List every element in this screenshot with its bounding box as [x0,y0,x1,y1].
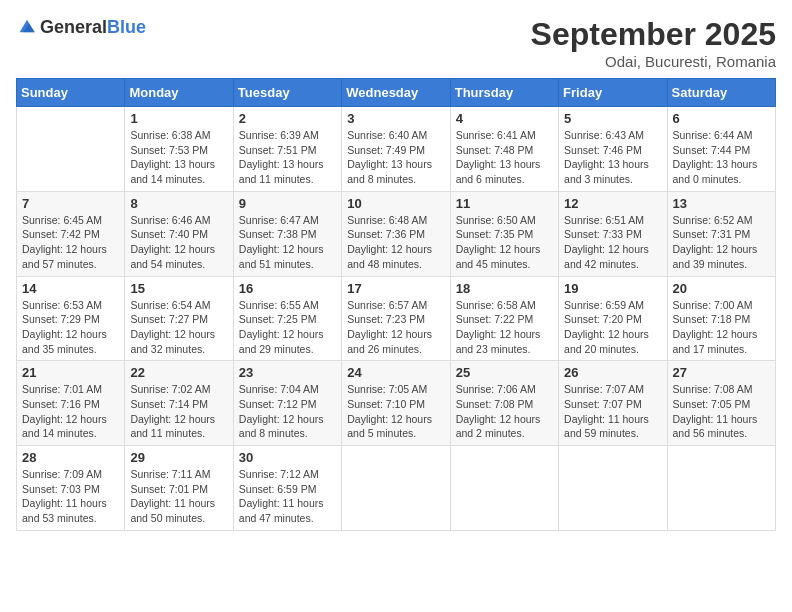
day-info: Sunrise: 6:43 AM Sunset: 7:46 PM Dayligh… [564,128,661,187]
calendar-cell [667,446,775,531]
calendar-week-5: 28Sunrise: 7:09 AM Sunset: 7:03 PM Dayli… [17,446,776,531]
day-number: 17 [347,281,444,296]
day-info: Sunrise: 7:06 AM Sunset: 7:08 PM Dayligh… [456,382,553,441]
weekday-header-monday: Monday [125,79,233,107]
day-info: Sunrise: 6:51 AM Sunset: 7:33 PM Dayligh… [564,213,661,272]
day-number: 29 [130,450,227,465]
calendar-cell: 11Sunrise: 6:50 AM Sunset: 7:35 PM Dayli… [450,191,558,276]
calendar-cell: 14Sunrise: 6:53 AM Sunset: 7:29 PM Dayli… [17,276,125,361]
calendar-cell: 17Sunrise: 6:57 AM Sunset: 7:23 PM Dayli… [342,276,450,361]
day-number: 21 [22,365,119,380]
calendar-cell: 10Sunrise: 6:48 AM Sunset: 7:36 PM Dayli… [342,191,450,276]
calendar-cell [450,446,558,531]
day-number: 15 [130,281,227,296]
calendar-cell: 13Sunrise: 6:52 AM Sunset: 7:31 PM Dayli… [667,191,775,276]
calendar-cell [342,446,450,531]
calendar-week-2: 7Sunrise: 6:45 AM Sunset: 7:42 PM Daylig… [17,191,776,276]
day-info: Sunrise: 6:45 AM Sunset: 7:42 PM Dayligh… [22,213,119,272]
calendar-cell: 28Sunrise: 7:09 AM Sunset: 7:03 PM Dayli… [17,446,125,531]
calendar-cell: 12Sunrise: 6:51 AM Sunset: 7:33 PM Dayli… [559,191,667,276]
calendar-cell: 1Sunrise: 6:38 AM Sunset: 7:53 PM Daylig… [125,107,233,192]
day-info: Sunrise: 7:00 AM Sunset: 7:18 PM Dayligh… [673,298,770,357]
day-info: Sunrise: 6:44 AM Sunset: 7:44 PM Dayligh… [673,128,770,187]
day-number: 8 [130,196,227,211]
day-number: 23 [239,365,336,380]
weekday-header-wednesday: Wednesday [342,79,450,107]
day-number: 30 [239,450,336,465]
calendar-cell: 6Sunrise: 6:44 AM Sunset: 7:44 PM Daylig… [667,107,775,192]
logo-text-general: General [40,17,107,37]
day-info: Sunrise: 6:40 AM Sunset: 7:49 PM Dayligh… [347,128,444,187]
day-number: 26 [564,365,661,380]
logo-text-blue: Blue [107,17,146,37]
day-number: 3 [347,111,444,126]
day-info: Sunrise: 6:52 AM Sunset: 7:31 PM Dayligh… [673,213,770,272]
day-number: 20 [673,281,770,296]
day-info: Sunrise: 7:09 AM Sunset: 7:03 PM Dayligh… [22,467,119,526]
day-info: Sunrise: 6:41 AM Sunset: 7:48 PM Dayligh… [456,128,553,187]
calendar-cell: 27Sunrise: 7:08 AM Sunset: 7:05 PM Dayli… [667,361,775,446]
calendar-cell: 30Sunrise: 7:12 AM Sunset: 6:59 PM Dayli… [233,446,341,531]
day-number: 14 [22,281,119,296]
weekday-header-sunday: Sunday [17,79,125,107]
day-info: Sunrise: 6:38 AM Sunset: 7:53 PM Dayligh… [130,128,227,187]
day-number: 5 [564,111,661,126]
calendar-week-3: 14Sunrise: 6:53 AM Sunset: 7:29 PM Dayli… [17,276,776,361]
day-info: Sunrise: 7:02 AM Sunset: 7:14 PM Dayligh… [130,382,227,441]
day-number: 6 [673,111,770,126]
day-info: Sunrise: 7:11 AM Sunset: 7:01 PM Dayligh… [130,467,227,526]
day-number: 2 [239,111,336,126]
month-title: September 2025 [531,16,776,53]
calendar-cell: 18Sunrise: 6:58 AM Sunset: 7:22 PM Dayli… [450,276,558,361]
day-number: 10 [347,196,444,211]
weekday-header-row: SundayMondayTuesdayWednesdayThursdayFrid… [17,79,776,107]
day-info: Sunrise: 7:08 AM Sunset: 7:05 PM Dayligh… [673,382,770,441]
day-number: 27 [673,365,770,380]
day-number: 1 [130,111,227,126]
day-info: Sunrise: 6:39 AM Sunset: 7:51 PM Dayligh… [239,128,336,187]
day-info: Sunrise: 6:53 AM Sunset: 7:29 PM Dayligh… [22,298,119,357]
calendar-cell: 8Sunrise: 6:46 AM Sunset: 7:40 PM Daylig… [125,191,233,276]
calendar-cell: 29Sunrise: 7:11 AM Sunset: 7:01 PM Dayli… [125,446,233,531]
calendar-cell: 23Sunrise: 7:04 AM Sunset: 7:12 PM Dayli… [233,361,341,446]
calendar-cell: 24Sunrise: 7:05 AM Sunset: 7:10 PM Dayli… [342,361,450,446]
calendar-cell [559,446,667,531]
calendar-cell: 9Sunrise: 6:47 AM Sunset: 7:38 PM Daylig… [233,191,341,276]
day-number: 11 [456,196,553,211]
day-number: 4 [456,111,553,126]
weekday-header-friday: Friday [559,79,667,107]
weekday-header-thursday: Thursday [450,79,558,107]
calendar-cell: 3Sunrise: 6:40 AM Sunset: 7:49 PM Daylig… [342,107,450,192]
calendar-week-1: 1Sunrise: 6:38 AM Sunset: 7:53 PM Daylig… [17,107,776,192]
weekday-header-saturday: Saturday [667,79,775,107]
calendar-cell: 4Sunrise: 6:41 AM Sunset: 7:48 PM Daylig… [450,107,558,192]
day-info: Sunrise: 6:57 AM Sunset: 7:23 PM Dayligh… [347,298,444,357]
day-number: 22 [130,365,227,380]
day-info: Sunrise: 6:58 AM Sunset: 7:22 PM Dayligh… [456,298,553,357]
day-number: 19 [564,281,661,296]
day-number: 7 [22,196,119,211]
day-number: 28 [22,450,119,465]
day-info: Sunrise: 7:01 AM Sunset: 7:16 PM Dayligh… [22,382,119,441]
weekday-header-tuesday: Tuesday [233,79,341,107]
calendar-cell: 22Sunrise: 7:02 AM Sunset: 7:14 PM Dayli… [125,361,233,446]
day-number: 24 [347,365,444,380]
day-info: Sunrise: 7:12 AM Sunset: 6:59 PM Dayligh… [239,467,336,526]
location-title: Odai, Bucuresti, Romania [531,53,776,70]
day-info: Sunrise: 7:07 AM Sunset: 7:07 PM Dayligh… [564,382,661,441]
day-number: 18 [456,281,553,296]
calendar-cell: 15Sunrise: 6:54 AM Sunset: 7:27 PM Dayli… [125,276,233,361]
day-info: Sunrise: 6:46 AM Sunset: 7:40 PM Dayligh… [130,213,227,272]
day-number: 16 [239,281,336,296]
calendar-cell: 7Sunrise: 6:45 AM Sunset: 7:42 PM Daylig… [17,191,125,276]
calendar-cell: 5Sunrise: 6:43 AM Sunset: 7:46 PM Daylig… [559,107,667,192]
calendar-cell: 25Sunrise: 7:06 AM Sunset: 7:08 PM Dayli… [450,361,558,446]
calendar-cell: 19Sunrise: 6:59 AM Sunset: 7:20 PM Dayli… [559,276,667,361]
calendar-cell: 16Sunrise: 6:55 AM Sunset: 7:25 PM Dayli… [233,276,341,361]
calendar-cell: 26Sunrise: 7:07 AM Sunset: 7:07 PM Dayli… [559,361,667,446]
calendar-table: SundayMondayTuesdayWednesdayThursdayFrid… [16,78,776,531]
day-info: Sunrise: 6:50 AM Sunset: 7:35 PM Dayligh… [456,213,553,272]
day-number: 9 [239,196,336,211]
day-info: Sunrise: 6:47 AM Sunset: 7:38 PM Dayligh… [239,213,336,272]
calendar-cell [17,107,125,192]
